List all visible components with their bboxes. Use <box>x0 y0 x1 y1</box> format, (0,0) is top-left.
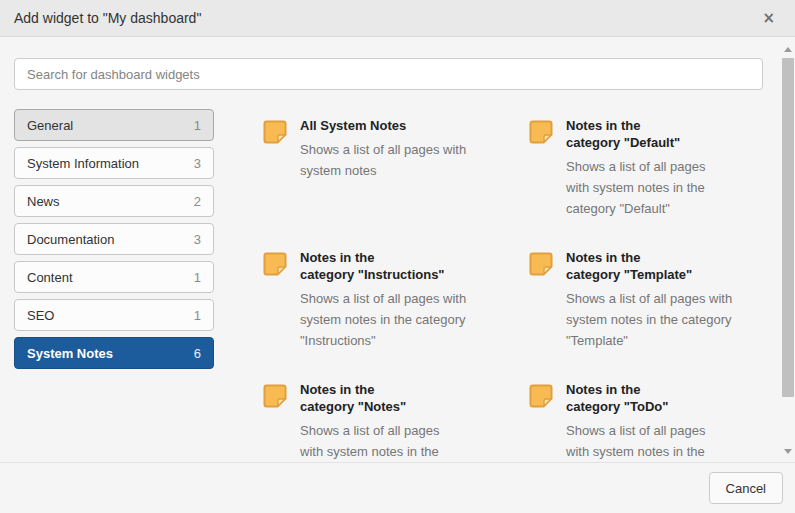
add-widget-dialog: Add widget to "My dashboard" × General 1… <box>0 0 795 513</box>
sticky-note-icon <box>528 383 554 409</box>
scroll-down-icon[interactable] <box>784 449 792 454</box>
dialog-footer: Cancel <box>0 463 795 513</box>
content-row: General 1 System Information 3 News 2 Do… <box>14 109 781 463</box>
sidebar-item-news[interactable]: News 2 <box>14 185 214 217</box>
sidebar-item-system-information[interactable]: System Information 3 <box>14 147 214 179</box>
sidebar-item-seo[interactable]: SEO 1 <box>14 299 214 331</box>
category-count-badge: 3 <box>194 232 201 247</box>
sticky-note-icon <box>262 383 288 409</box>
vertical-scrollbar[interactable] <box>781 37 795 462</box>
cancel-button[interactable]: Cancel <box>709 472 783 504</box>
category-label: SEO <box>27 308 54 323</box>
sticky-note-icon <box>262 251 288 277</box>
widget-description: Shows a list of all pages with system no… <box>566 420 705 463</box>
sidebar-item-content[interactable]: Content 1 <box>14 261 214 293</box>
sticky-note-icon <box>528 251 554 277</box>
sticky-note-icon <box>528 119 554 145</box>
category-label: System Information <box>27 156 139 171</box>
category-count-badge: 1 <box>194 308 201 323</box>
widget-text: Notes in the category "Default" Shows a … <box>566 117 705 219</box>
widget-text: All System Notes Shows a list of all pag… <box>300 117 466 181</box>
category-label: Documentation <box>27 232 114 247</box>
widget-item[interactable]: Notes in the category "Instructions" Sho… <box>262 249 512 351</box>
widget-title: Notes in the category "Notes" <box>300 381 439 415</box>
category-label: Content <box>27 270 73 285</box>
widget-title: Notes in the category "ToDo" <box>566 381 705 415</box>
widget-text: Notes in the category "Template" Shows a… <box>566 249 732 351</box>
widget-item[interactable]: Notes in the category "ToDo" Shows a lis… <box>528 381 778 463</box>
search-input[interactable] <box>14 58 763 90</box>
widget-item[interactable]: Notes in the category "Notes" Shows a li… <box>262 381 512 463</box>
dialog-header: Add widget to "My dashboard" × <box>0 0 795 37</box>
widget-description: Shows a list of all pages with system no… <box>300 288 466 351</box>
sticky-note-icon <box>262 119 288 145</box>
category-label: News <box>27 194 60 209</box>
category-sidebar: General 1 System Information 3 News 2 Do… <box>14 109 214 463</box>
widget-description: Shows a list of all pages with system no… <box>566 156 705 219</box>
dialog-title: Add widget to "My dashboard" <box>14 10 201 26</box>
widget-description: Shows a list of all pages with system no… <box>566 288 732 351</box>
category-count-badge: 6 <box>194 346 201 361</box>
widget-grid: All System Notes Shows a list of all pag… <box>262 117 778 463</box>
category-count-badge: 2 <box>194 194 201 209</box>
category-label: General <box>27 118 73 133</box>
widget-item[interactable]: Notes in the category "Template" Shows a… <box>528 249 778 351</box>
widget-title: Notes in the category "Default" <box>566 117 705 151</box>
category-count-badge: 3 <box>194 156 201 171</box>
category-count-badge: 1 <box>194 118 201 133</box>
widget-item[interactable]: All System Notes Shows a list of all pag… <box>262 117 512 181</box>
sidebar-item-system-notes[interactable]: System Notes 6 <box>14 337 214 369</box>
scrollbar-thumb[interactable] <box>782 58 794 397</box>
sidebar-item-general[interactable]: General 1 <box>14 109 214 141</box>
dialog-body: General 1 System Information 3 News 2 Do… <box>0 37 795 463</box>
sidebar-item-documentation[interactable]: Documentation 3 <box>14 223 214 255</box>
category-label: System Notes <box>27 346 113 361</box>
widget-text: Notes in the category "Instructions" Sho… <box>300 249 466 351</box>
widget-description: Shows a list of all pages with system no… <box>300 420 439 463</box>
widget-title: All System Notes <box>300 117 466 134</box>
scroll-up-icon[interactable] <box>784 47 792 52</box>
widget-text: Notes in the category "Notes" Shows a li… <box>300 381 439 463</box>
widget-title: Notes in the category "Instructions" <box>300 249 466 283</box>
category-count-badge: 1 <box>194 270 201 285</box>
widget-title: Notes in the category "Template" <box>566 249 732 283</box>
close-icon[interactable]: × <box>756 9 781 28</box>
widget-description: Shows a list of all pages with system no… <box>300 139 466 181</box>
widget-text: Notes in the category "ToDo" Shows a lis… <box>566 381 705 463</box>
widget-item[interactable]: Notes in the category "Default" Shows a … <box>528 117 778 219</box>
